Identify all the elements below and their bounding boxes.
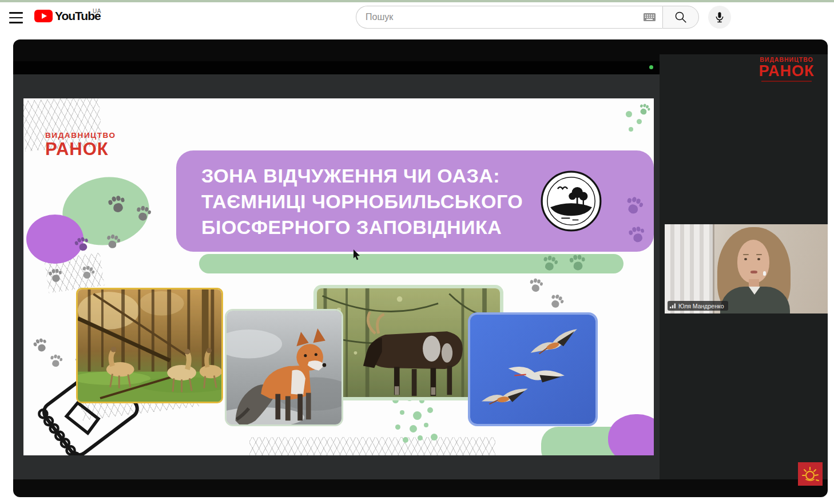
- video-player[interactable]: ВИДАВНИЦТВО РАНОК ЗОНА ВІДЧУЖЕННЯ ЧИ ОАЗ…: [13, 39, 828, 497]
- presenter-collar: [749, 287, 760, 295]
- paw-print-icon: [46, 267, 63, 284]
- publisher-logo-small: ВИДАВНИЦТВО: [758, 57, 815, 63]
- dot-decoration: [629, 127, 633, 132]
- publisher-logo-small: ВИДАВНИЦТВО: [45, 132, 116, 140]
- publisher-logo-big: РАНОК: [45, 140, 116, 158]
- menu-button[interactable]: [9, 12, 23, 23]
- search-icon: [674, 11, 687, 23]
- signal-icon: [670, 303, 676, 308]
- paw-print-icon: [636, 101, 653, 118]
- paw-print-icon: [30, 335, 50, 355]
- search-input[interactable]: [366, 12, 642, 22]
- dot-decoration: [626, 111, 632, 117]
- crosshatch-decoration: [249, 437, 495, 455]
- publisher-tagline-line: [761, 81, 812, 82]
- search-box[interactable]: [356, 6, 662, 29]
- slide-title-line-1: ЗОНА ВІДЧУЖЕННЯ ЧИ ОАЗА:: [201, 163, 523, 189]
- rec-indicator-dot: [649, 65, 653, 69]
- ranok-sun-logo: [798, 462, 823, 486]
- purple-blob-decoration: [608, 414, 654, 455]
- search-form: [356, 6, 699, 29]
- paw-print-icon: [626, 224, 648, 245]
- paw-print-icon: [622, 193, 646, 218]
- presenter-face: [737, 240, 769, 283]
- earpod: [763, 271, 766, 276]
- cursor-icon: [353, 249, 360, 260]
- dot-decoration: [637, 119, 642, 124]
- sun-icon: [801, 465, 820, 483]
- search-button[interactable]: [662, 6, 699, 29]
- paw-print-icon: [133, 203, 153, 224]
- youtube-logo[interactable]: YouTube: [34, 9, 101, 23]
- webinar-sidebar: ВИДАВНИЦТВО РАНОК: [660, 54, 828, 479]
- paw-print-icon: [546, 291, 566, 311]
- country-code-badge: UA: [93, 8, 101, 14]
- paw-print-icon: [527, 276, 545, 294]
- publisher-logo-sidebar: ВИДАВНИЦТВО РАНОК: [758, 57, 815, 82]
- slide-title-line-3: БІОСФЕРНОГО ЗАПОВІДНИКА: [201, 215, 523, 240]
- webinar-titlebar: [13, 61, 660, 74]
- reserve-emblem: [541, 170, 602, 232]
- voice-search-button[interactable]: [708, 6, 731, 29]
- slide-title-line-2: ТАЄМНИЦІ ЧОРНОБИЛЬСЬКОГО: [201, 189, 523, 215]
- presenter-webcam: Юля Мандренко: [665, 224, 828, 313]
- topbar: YouTube UA: [0, 2, 834, 34]
- youtube-page: YouTube UA: [0, 0, 834, 504]
- presentation-slide: ВИДАВНИЦТВО РАНОК ЗОНА ВІДЧУЖЕННЯ ЧИ ОАЗ…: [23, 98, 654, 455]
- photo-birds: [468, 312, 598, 426]
- publisher-logo-big: РАНОК: [758, 64, 815, 79]
- youtube-play-icon: [34, 10, 53, 22]
- slide-title: ЗОНА ВІДЧУЖЕННЯ ЧИ ОАЗА: ТАЄМНИЦІ ЧОРНОБ…: [201, 163, 523, 240]
- window-edge: [713, 224, 714, 313]
- presenter-name-tag: Юля Мандренко: [668, 301, 728, 311]
- photo-fox: [225, 309, 343, 426]
- curtain-background: [665, 224, 713, 313]
- publisher-logo: ВИДАВНИЦТВО РАНОК: [45, 132, 116, 158]
- keyboard-icon[interactable]: [642, 11, 657, 23]
- presenter-name: Юля Мандренко: [678, 303, 724, 309]
- photo-horses: [76, 288, 223, 403]
- paw-print-icon: [103, 232, 122, 251]
- mic-icon: [713, 11, 726, 23]
- paw-print-icon: [567, 252, 587, 272]
- title-banner: ЗОНА ВІДЧУЖЕННЯ ЧИ ОАЗА: ТАЄМНИЦІ ЧОРНОБ…: [176, 150, 654, 252]
